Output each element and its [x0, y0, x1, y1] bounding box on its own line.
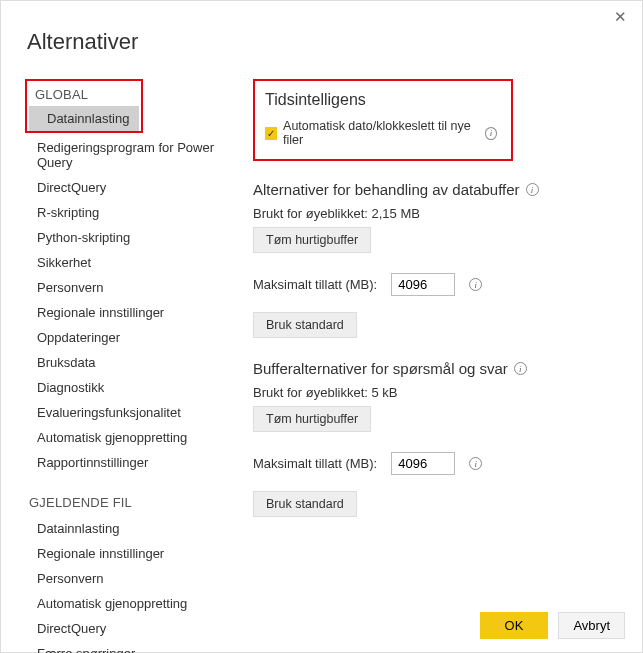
- sidebar-item-security[interactable]: Sikkerhet: [19, 250, 229, 275]
- max-row-databuffer: Maksimalt tillatt (MB): i: [253, 273, 624, 296]
- max-label-databuffer: Maksimalt tillatt (MB):: [253, 277, 377, 292]
- checkbox-label-autodate: Automatisk dato/klokkeslett til nye file…: [283, 119, 479, 147]
- section-title-qabuffer: Bufferalternativer for spørsmål og svar …: [253, 360, 624, 377]
- info-icon[interactable]: i: [485, 127, 497, 140]
- sidebar-item-privacy[interactable]: Personvern: [19, 275, 229, 300]
- sidebar-item-cf-fewerqueries[interactable]: Færre spørringer: [19, 641, 229, 653]
- sidebar-item-regional[interactable]: Regionale innstillinger: [19, 300, 229, 325]
- sidebar-item-powerquery[interactable]: Redigeringsprogram for Power Query: [19, 135, 229, 175]
- clear-cache-button[interactable]: Tøm hurtigbuffer: [253, 227, 371, 253]
- highlight-global: GLOBAL Datainnlasting: [25, 79, 143, 133]
- section-title-databuffer-text: Alternativer for behandling av databuffe…: [253, 181, 520, 198]
- sidebar-item-cf-privacy[interactable]: Personvern: [19, 566, 229, 591]
- info-icon[interactable]: i: [514, 362, 527, 375]
- section-title-databuffer: Alternativer for behandling av databuffe…: [253, 181, 624, 198]
- section-databuffer: Alternativer for behandling av databuffe…: [253, 181, 624, 338]
- use-default-button[interactable]: Bruk standard: [253, 312, 357, 338]
- info-icon[interactable]: i: [469, 457, 482, 470]
- ok-button[interactable]: OK: [480, 612, 549, 639]
- sidebar-header-global: GLOBAL: [29, 83, 139, 106]
- use-default-qa-button[interactable]: Bruk standard: [253, 491, 357, 517]
- info-icon[interactable]: i: [469, 278, 482, 291]
- sidebar-item-autorecover[interactable]: Automatisk gjenoppretting: [19, 425, 229, 450]
- sidebar-item-preview[interactable]: Evalueringsfunksjonalitet: [19, 400, 229, 425]
- sidebar-item-cf-directquery[interactable]: DirectQuery: [19, 616, 229, 641]
- section-qabuffer: Bufferalternativer for spørsmål og svar …: [253, 360, 624, 517]
- dialog-title: Alternativer: [27, 29, 624, 55]
- sidebar-item-report-settings[interactable]: Rapportinnstillinger: [19, 450, 229, 475]
- sidebar: GLOBAL Datainnlasting Redigeringsprogram…: [19, 79, 229, 592]
- options-dialog: ✕ Alternativer GLOBAL Datainnlasting Red…: [0, 0, 643, 653]
- sidebar-item-cf-datainnlasting[interactable]: Datainnlasting: [19, 516, 229, 541]
- section-title-time-intel: Tidsintelligens: [265, 91, 497, 109]
- max-row-qabuffer: Maksimalt tillatt (MB): i: [253, 452, 624, 475]
- checkbox-row-autodate: ✓ Automatisk dato/klokkeslett til nye fi…: [265, 119, 497, 147]
- sidebar-item-updates[interactable]: Oppdateringer: [19, 325, 229, 350]
- info-icon[interactable]: i: [526, 183, 539, 196]
- content-area: Tidsintelligens ✓ Automatisk dato/klokke…: [253, 79, 624, 592]
- max-label-qabuffer: Maksimalt tillatt (MB):: [253, 456, 377, 471]
- section-title-qabuffer-text: Bufferalternativer for spørsmål og svar: [253, 360, 508, 377]
- sidebar-item-usage[interactable]: Bruksdata: [19, 350, 229, 375]
- used-label-qabuffer: Brukt for øyeblikket: 5 kB: [253, 385, 624, 400]
- sidebar-header-current: GJELDENDE FIL: [19, 489, 229, 516]
- sidebar-item-cf-regional[interactable]: Regionale innstillinger: [19, 541, 229, 566]
- sidebar-item-diagnostics[interactable]: Diagnostikk: [19, 375, 229, 400]
- sidebar-item-python-scripting[interactable]: Python-skripting: [19, 225, 229, 250]
- sidebar-item-r-scripting[interactable]: R-skripting: [19, 200, 229, 225]
- highlight-time-intelligence: Tidsintelligens ✓ Automatisk dato/klokke…: [253, 79, 513, 161]
- used-label-databuffer: Brukt for øyeblikket: 2,15 MB: [253, 206, 624, 221]
- max-input-qabuffer[interactable]: [391, 452, 455, 475]
- cancel-button[interactable]: Avbryt: [558, 612, 625, 639]
- max-input-databuffer[interactable]: [391, 273, 455, 296]
- sidebar-item-datainnlasting[interactable]: Datainnlasting: [29, 106, 139, 131]
- dialog-footer: OK Avbryt: [480, 612, 625, 639]
- close-button[interactable]: ✕: [614, 8, 627, 26]
- clear-qa-cache-button[interactable]: Tøm hurtigbuffer: [253, 406, 371, 432]
- checkbox-autodate[interactable]: ✓: [265, 127, 277, 140]
- dialog-body: GLOBAL Datainnlasting Redigeringsprogram…: [19, 79, 624, 592]
- sidebar-item-cf-autorecover[interactable]: Automatisk gjenoppretting: [19, 591, 229, 616]
- sidebar-item-directquery[interactable]: DirectQuery: [19, 175, 229, 200]
